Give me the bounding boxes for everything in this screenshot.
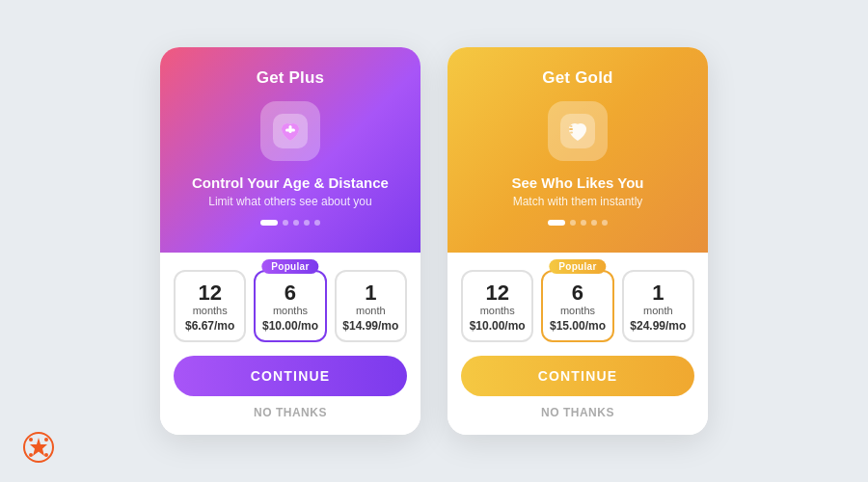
plus-desc: Limit what others see about you [179, 195, 401, 208]
gold-title: Get Gold [467, 68, 689, 88]
svg-point-8 [29, 438, 33, 442]
svg-rect-2 [285, 128, 295, 131]
gold-plan-6-price: $15.00/mo [547, 319, 608, 333]
plus-title: Get Plus [179, 68, 401, 88]
gold-dot-3 [581, 220, 586, 226]
plus-subtitle: Control Your Age & Distance [179, 174, 401, 191]
svg-point-9 [44, 438, 48, 442]
plus-no-thanks[interactable]: NO THANKS [174, 406, 407, 419]
plus-dot-2 [283, 220, 288, 226]
plus-heart-icon [273, 114, 308, 148]
plus-plans: 12 months $6.67/mo Popular 6 months $10.… [174, 270, 407, 342]
gold-continue-button[interactable]: CONTINUE [461, 356, 694, 396]
plus-plan-1[interactable]: 1 month $14.99/mo [335, 270, 407, 342]
plus-plan-12-unit: months [179, 305, 240, 316]
plus-card-header: Get Plus Control Your Age & Distance Lim… [160, 47, 420, 253]
plus-plan-6-price: $10.00/mo [259, 319, 320, 333]
gold-subtitle: See Who Likes You [467, 174, 689, 191]
plus-plan-6[interactable]: Popular 6 months $10.00/mo [254, 270, 326, 342]
gold-desc: Match with them instantly [467, 195, 689, 208]
plus-dot-1 [260, 220, 278, 226]
gold-plan-12[interactable]: 12 months $10.00/mo [461, 270, 533, 342]
plus-plan-1-num: 1 [340, 281, 401, 305]
plus-dot-5 [314, 220, 320, 226]
gold-card-header: Get Gold See Who Likes You Match with th… [448, 47, 708, 253]
gold-plan-1-num: 1 [628, 281, 689, 305]
svg-point-10 [29, 453, 33, 457]
plus-plan-12[interactable]: 12 months $6.67/mo [174, 270, 246, 342]
plus-plan-1-unit: month [340, 305, 401, 316]
gold-plan-12-unit: months [467, 305, 528, 316]
gold-plan-1[interactable]: 1 month $24.99/mo [622, 270, 694, 342]
plus-icon-circle [260, 101, 320, 161]
plus-card-body: 12 months $6.67/mo Popular 6 months $10.… [160, 253, 420, 435]
plus-dot-4 [304, 220, 310, 226]
gold-plan-6-unit: months [547, 305, 608, 316]
gold-card: Get Gold See Who Likes You Match with th… [448, 47, 708, 435]
gold-no-thanks[interactable]: NO THANKS [461, 406, 694, 419]
gold-dot-4 [591, 220, 597, 226]
gold-card-body: 12 months $10.00/mo Popular 6 months $15… [448, 253, 708, 435]
svg-point-11 [44, 453, 48, 457]
gold-plan-12-num: 12 [467, 281, 528, 305]
gold-dot-5 [602, 220, 608, 226]
svg-rect-4 [569, 128, 573, 130]
logo-icon [23, 432, 54, 463]
gold-plan-1-price: $24.99/mo [628, 319, 689, 333]
gold-plan-6-num: 6 [547, 281, 608, 305]
gold-dot-1 [548, 220, 565, 226]
plus-card: Get Plus Control Your Age & Distance Lim… [160, 47, 420, 435]
gold-heart-icon [560, 114, 595, 148]
plus-popular-badge: Popular [261, 259, 318, 274]
cards-container: Get Plus Control Your Age & Distance Lim… [160, 47, 708, 435]
gold-dot-2 [570, 220, 576, 226]
plus-continue-button[interactable]: CONTINUE [174, 356, 407, 396]
plus-plan-12-price: $6.67/mo [179, 319, 240, 333]
gold-plan-12-price: $10.00/mo [467, 319, 528, 333]
gold-dots [467, 220, 689, 226]
gold-popular-badge: Popular [549, 259, 606, 274]
svg-rect-6 [570, 125, 573, 127]
plus-plan-1-price: $14.99/mo [340, 319, 401, 333]
plus-plan-12-num: 12 [179, 281, 240, 305]
plus-plan-6-unit: months [259, 305, 320, 316]
gold-plan-1-unit: month [628, 305, 689, 316]
plus-dots [179, 220, 401, 226]
svg-rect-5 [570, 131, 573, 133]
plus-plan-6-num: 6 [259, 281, 320, 305]
plus-dot-3 [293, 220, 299, 226]
gold-plan-6[interactable]: Popular 6 months $15.00/mo [541, 270, 613, 342]
gold-icon-circle [548, 101, 608, 161]
bottom-logo [23, 432, 54, 467]
gold-plans: 12 months $10.00/mo Popular 6 months $15… [461, 270, 694, 342]
